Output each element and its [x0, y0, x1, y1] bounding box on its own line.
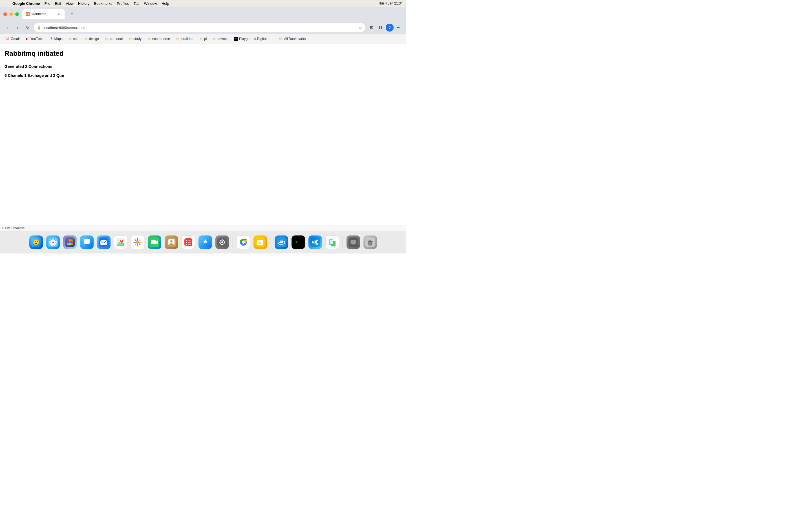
dock-safari[interactable]	[45, 235, 61, 250]
dock-docker[interactable]	[274, 235, 289, 250]
menu-app-name[interactable]: Google Chrome	[10, 0, 42, 7]
bookmark-ecommerce[interactable]: 📁 ecommerce	[145, 36, 172, 42]
bookmark-youtube[interactable]: ▶ YouTube	[23, 36, 46, 42]
dock-trash[interactable]	[363, 235, 378, 250]
dock-terminal[interactable]: $_	[291, 235, 306, 250]
menu-bookmarks[interactable]: Bookmarks	[92, 0, 114, 7]
bookmark-playground[interactable]: PD Playground Digital...	[232, 36, 271, 42]
dock-facetime[interactable]	[147, 235, 162, 250]
svg-point-63	[221, 241, 223, 243]
svg-point-6	[397, 27, 398, 28]
menu-tab[interactable]: Tab	[132, 0, 142, 7]
bookmark-devops[interactable]: 📁 devops	[210, 36, 231, 42]
menu-edit[interactable]: Edit	[52, 0, 63, 7]
dock-contacts[interactable]	[164, 235, 179, 250]
dock-appstore[interactable]	[198, 235, 213, 250]
folder-icon-jeralidea: 📁	[175, 37, 180, 41]
chrome-menu-button[interactable]	[395, 24, 403, 32]
bookmark-gmail-label: Gmail	[11, 37, 19, 41]
status-text: S Site Database	[2, 226, 25, 230]
dock-reminders[interactable]	[181, 235, 196, 250]
active-tab[interactable]: Rabbitmq ×	[22, 9, 64, 19]
dock-notes[interactable]	[253, 235, 268, 250]
svg-rect-59	[188, 244, 191, 245]
svg-point-25	[71, 241, 73, 243]
chrome-icon	[237, 235, 250, 249]
profile-button[interactable]: J	[386, 24, 394, 32]
menu-view[interactable]: View	[63, 0, 76, 7]
bookmark-maps[interactable]: 📍 Maps	[47, 36, 65, 42]
bookmark-playground-label: Playground Digital...	[239, 37, 269, 41]
refresh-button[interactable]: ↻	[24, 24, 32, 32]
page-heading: Rabbitmq initiated	[4, 50, 402, 57]
dock-photos[interactable]	[130, 235, 145, 250]
split-view-button[interactable]	[377, 24, 385, 32]
tab-close-button[interactable]: ×	[57, 12, 61, 16]
mail-icon	[97, 235, 110, 249]
dock-sitedb[interactable]	[346, 235, 361, 250]
forward-icon: ›	[17, 25, 18, 30]
back-button[interactable]: ‹	[3, 24, 11, 32]
dock-messages[interactable]	[79, 235, 94, 250]
menu-window[interactable]: Window	[142, 0, 159, 7]
lock-icon: 🔒	[37, 26, 41, 30]
svg-point-24	[69, 241, 71, 243]
folder-icon-devops: 📁	[212, 37, 216, 41]
maximize-button[interactable]	[15, 12, 19, 16]
bookmark-jeralidea[interactable]: 📁 jeralidea	[173, 36, 196, 42]
folder-icon-css: 📁	[68, 37, 72, 41]
messages-icon	[80, 235, 94, 249]
bookmark-gmail[interactable]: M Gmail	[3, 36, 22, 42]
menu-file[interactable]: File	[42, 0, 53, 7]
dock-vscode[interactable]	[308, 235, 323, 250]
menu-profiles[interactable]: Profiles	[114, 0, 131, 7]
bookmark-star-icon[interactable]: ☆	[358, 25, 362, 30]
dock-preview[interactable]	[324, 235, 340, 250]
svg-point-97	[350, 242, 356, 244]
minimize-button[interactable]	[9, 12, 13, 16]
launchpad-icon	[63, 235, 77, 249]
bookmark-design[interactable]: 📁 design	[82, 36, 101, 42]
address-bar[interactable]: 🔒 localhost:8080/user/rabbit ☆	[34, 23, 365, 32]
close-button[interactable]	[3, 12, 7, 16]
bookmark-personal[interactable]: 📁 personal	[102, 36, 125, 42]
menu-history[interactable]: History	[76, 0, 92, 7]
notes-icon	[253, 235, 267, 249]
dock-settings[interactable]	[214, 235, 230, 250]
dock-chrome[interactable]	[236, 235, 251, 250]
dock-finder[interactable]: 🙂	[29, 235, 44, 250]
folder-icon-personal: 📁	[105, 37, 109, 41]
svg-text:🙂: 🙂	[33, 239, 40, 245]
reminders-icon	[182, 235, 195, 249]
bookmark-design-label: design	[89, 37, 99, 41]
settings-icon	[215, 235, 229, 249]
title-bar: Rabbitmq × +	[0, 7, 406, 21]
dock-maps[interactable]	[113, 235, 128, 250]
maps-icon: 📍	[49, 37, 53, 41]
bookmarks-bar: M Gmail ▶ YouTube 📍 Maps 📁 css 📁 design …	[0, 34, 406, 44]
tab-search-button[interactable]	[368, 24, 375, 32]
menu-bar: Google Chrome File Edit View History Boo…	[0, 0, 406, 7]
all-bookmarks-button[interactable]: 📁 All Bookmarks	[276, 36, 308, 42]
bookmark-study[interactable]: 📁 study	[126, 36, 144, 42]
bookmark-css[interactable]: 📁 css	[66, 36, 81, 42]
folder-icon-ecommerce: 📁	[147, 37, 151, 41]
svg-rect-75	[258, 242, 262, 242]
svg-point-71	[242, 241, 245, 244]
tab-search-icon	[370, 25, 373, 30]
svg-rect-81	[280, 240, 282, 242]
page-content: Rabbitmq initiated Generated 2 Connectio…	[0, 44, 406, 253]
apple-menu[interactable]	[3, 0, 8, 7]
docker-icon	[274, 235, 288, 249]
menu-help[interactable]: Help	[159, 0, 171, 7]
bookmark-pi[interactable]: 📁 pi	[197, 36, 209, 42]
dock-maps-icon	[114, 235, 128, 249]
forward-button[interactable]: ›	[13, 24, 21, 32]
refresh-icon: ↻	[26, 25, 29, 30]
dock-launchpad[interactable]	[62, 235, 78, 250]
new-tab-button[interactable]: +	[68, 10, 76, 18]
bookmark-maps-label: Maps	[54, 37, 63, 41]
svg-rect-89	[329, 240, 333, 244]
svg-rect-5	[381, 26, 382, 29]
dock-mail[interactable]	[96, 235, 111, 250]
